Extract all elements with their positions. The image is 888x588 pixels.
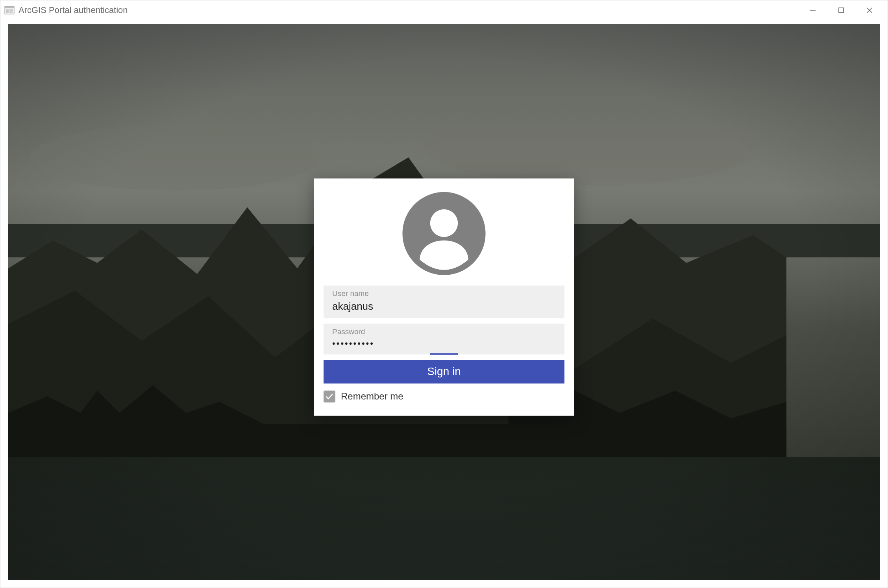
remember-checkbox[interactable]	[324, 390, 335, 402]
remember-label: Remember me	[341, 391, 403, 402]
titlebar: ArcGIS Portal authentication	[0, 0, 888, 20]
person-icon	[401, 190, 487, 277]
remember-row: Remember me	[324, 390, 564, 402]
window-title: ArcGIS Portal authentication	[18, 5, 128, 15]
login-card: User name Password Sign in Remember me	[314, 178, 574, 416]
svg-point-16	[430, 209, 458, 237]
avatar-wrap	[324, 189, 564, 285]
svg-rect-2	[6, 9, 8, 13]
username-input[interactable]	[332, 300, 556, 312]
username-field[interactable]: User name	[324, 285, 564, 318]
client-area: User name Password Sign in Remember me	[8, 24, 880, 580]
password-field[interactable]: Password	[324, 324, 564, 354]
username-label: User name	[332, 289, 556, 298]
password-input[interactable]	[332, 338, 556, 349]
minimize-button[interactable]	[799, 0, 827, 20]
app-window: ArcGIS Portal authentication	[0, 0, 888, 588]
svg-rect-4	[9, 11, 13, 13]
check-icon	[325, 392, 334, 401]
focus-indicator	[430, 353, 458, 355]
svg-rect-3	[9, 9, 13, 10]
svg-rect-1	[5, 6, 14, 8]
signin-button[interactable]: Sign in	[324, 360, 564, 383]
close-button[interactable]	[855, 0, 884, 20]
password-label: Password	[332, 327, 556, 336]
maximize-button[interactable]	[827, 0, 855, 20]
svg-rect-6	[839, 8, 844, 13]
app-icon	[4, 5, 15, 15]
window-controls	[799, 0, 884, 20]
